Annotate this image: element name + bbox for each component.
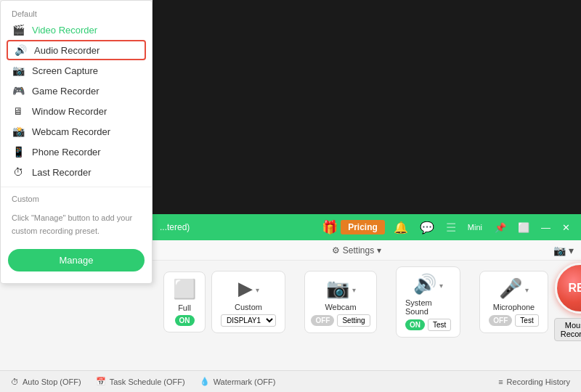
settings-link[interactable]: ⚙ Settings ▾ bbox=[332, 245, 381, 256]
custom-section-label: Custom bbox=[1, 192, 152, 205]
task-schedule-label: Task Schedule (OFF) bbox=[110, 377, 185, 386]
settings-chevron-icon: ▾ bbox=[377, 245, 381, 256]
audio-recorder-label: Audio Recorder bbox=[34, 45, 99, 56]
camera-snapshot-btn[interactable]: 📷 ▾ bbox=[553, 245, 574, 256]
audio-recorder-icon: 🔊 bbox=[14, 44, 27, 56]
webcam-card[interactable]: 📷 ▾ Webcam OFF Setting bbox=[304, 271, 377, 333]
screen-capture-label: Screen Capture bbox=[32, 65, 98, 76]
preview-area bbox=[153, 0, 581, 214]
microphone-icon: 🎤 bbox=[499, 277, 522, 300]
webcam-recorder-icon: 📸 bbox=[12, 126, 25, 137]
full-toggle[interactable]: ON bbox=[175, 315, 195, 326]
menu-item-video-recorder[interactable]: 🎬 Video Recorder bbox=[1, 20, 152, 40]
microphone-label: Microphone bbox=[493, 303, 535, 311]
menu-item-phone-recorder[interactable]: 📱 Phone Recorder bbox=[1, 142, 152, 162]
mini-button[interactable]: Mini bbox=[465, 221, 485, 233]
webcam-dropdown-arrow-icon: ▾ bbox=[352, 286, 356, 294]
watermark-icon: 💧 bbox=[200, 377, 210, 386]
webcam-toggle[interactable]: OFF bbox=[311, 315, 334, 326]
auto-stop-status[interactable]: ⏱ Auto Stop (OFF) bbox=[11, 377, 81, 386]
webcam-label: Webcam bbox=[325, 303, 356, 311]
gift-icon: 🎁 bbox=[322, 219, 338, 235]
screen-capture-icon: 📷 bbox=[12, 65, 25, 76]
custom-mode-card[interactable]: ▶ ▾ Custom DISPLAY1 bbox=[211, 271, 285, 333]
window-recorder-icon: 🖥 bbox=[12, 105, 25, 117]
system-sound-icon: 🔊 bbox=[413, 273, 436, 295]
pricing-button[interactable]: Pricing bbox=[341, 220, 385, 234]
system-sound-dropdown-arrow-icon: ▾ bbox=[439, 282, 443, 290]
microphone-card[interactable]: 🎤 ▾ Microphone OFF Test bbox=[479, 271, 548, 333]
webcam-setting-btn[interactable]: Setting bbox=[337, 314, 370, 327]
menu-item-game-recorder[interactable]: 🎮 Game Recorder bbox=[1, 81, 152, 101]
microphone-toggle[interactable]: OFF bbox=[489, 315, 512, 326]
video-recorder-label: Video Recorder bbox=[32, 25, 97, 36]
webcam-recorder-label: Webcam Recorder bbox=[32, 126, 110, 137]
menu-icon[interactable]: ☰ bbox=[443, 219, 459, 236]
display-select[interactable]: DISPLAY1 bbox=[221, 314, 276, 327]
pricing-gift-area: 🎁 Pricing bbox=[322, 219, 385, 235]
manage-button[interactable]: Manage bbox=[8, 249, 145, 271]
webcam-icon: 📷 bbox=[326, 277, 349, 300]
rec-button[interactable]: REC bbox=[555, 263, 581, 314]
menu-item-audio-recorder[interactable]: 🔊 Audio Recorder bbox=[7, 40, 146, 60]
last-recorder-label: Last Recorder bbox=[32, 167, 92, 178]
menu-divider bbox=[1, 187, 152, 187]
auto-stop-icon: ⏱ bbox=[11, 377, 19, 386]
close-icon[interactable]: ✕ bbox=[558, 221, 574, 234]
system-sound-test-btn[interactable]: Test bbox=[428, 319, 451, 331]
microphone-test-btn[interactable]: Test bbox=[515, 314, 538, 327]
controls-row: ⬜ Full ON ▶ ▾ Custom DISPLAY1 📷 bbox=[153, 262, 581, 342]
full-mode-icon: ⬜ bbox=[173, 278, 196, 301]
custom-hint-text: Click "Manage" button to add your custom… bbox=[12, 213, 132, 235]
maximize-icon[interactable]: ⬜ bbox=[514, 221, 533, 234]
auto-stop-label: Auto Stop (OFF) bbox=[23, 377, 81, 386]
custom-mode-icon: ▶ bbox=[238, 277, 253, 300]
camera-icon: 📷 bbox=[553, 245, 566, 256]
last-recorder-icon: ⏱ bbox=[12, 166, 25, 178]
settings-gear-icon: ⚙ bbox=[332, 245, 340, 256]
snapshot-chevron-icon: ▾ bbox=[569, 245, 574, 256]
menu-item-last-recorder[interactable]: ⏱ Last Recorder bbox=[1, 162, 152, 182]
system-sound-card[interactable]: 🔊 ▾ System Sound ON Test bbox=[396, 266, 460, 338]
watermark-status[interactable]: 💧 Watermark (OFF) bbox=[200, 377, 276, 386]
phone-recorder-icon: 📱 bbox=[12, 146, 25, 158]
green-toolbar: ...tered) 🎁 Pricing 🔔 💬 ☰ Mini 📌 ⬜ — ✕ bbox=[153, 214, 581, 240]
menu-item-webcam-recorder[interactable]: 📸 Webcam Recorder bbox=[1, 121, 152, 142]
task-schedule-icon: 📅 bbox=[96, 377, 106, 386]
menu-item-window-recorder[interactable]: 🖥 Window Recorder bbox=[1, 101, 152, 121]
rec-container: REC Mouse Recorder ▾ bbox=[554, 263, 581, 341]
settings-label: Settings bbox=[343, 245, 374, 256]
window-controls: 📌 ⬜ — ✕ bbox=[491, 221, 574, 234]
mouse-recorder-label: Mouse Recorder bbox=[561, 321, 581, 338]
task-schedule-status[interactable]: 📅 Task Schedule (OFF) bbox=[96, 377, 185, 386]
dropdown-menu: Default 🎬 Video Recorder 🔊 Audio Recorde… bbox=[0, 0, 153, 284]
recording-history-btn[interactable]: ≡ Recording History bbox=[498, 377, 570, 386]
menu-item-screen-capture[interactable]: 📷 Screen Capture bbox=[1, 60, 152, 81]
system-sound-label: System Sound bbox=[405, 298, 451, 316]
game-recorder-label: Game Recorder bbox=[32, 86, 99, 97]
custom-mode-label: Custom bbox=[235, 303, 262, 311]
default-section-label: Default bbox=[1, 7, 152, 20]
minimize-icon[interactable]: — bbox=[537, 221, 554, 234]
registered-text: ...tered) bbox=[160, 222, 190, 232]
controls-top-bar: ⚙ Settings ▾ 📷 ▾ bbox=[153, 240, 581, 261]
phone-recorder-label: Phone Recorder bbox=[32, 147, 101, 158]
full-mode-label: Full bbox=[178, 303, 191, 312]
list-icon: ≡ bbox=[498, 377, 503, 386]
watermark-label: Watermark (OFF) bbox=[214, 377, 276, 386]
pin-icon[interactable]: 📌 bbox=[491, 221, 510, 234]
video-recorder-icon: 🎬 bbox=[12, 24, 25, 36]
app-container: ...tered) 🎁 Pricing 🔔 💬 ☰ Mini 📌 ⬜ — ✕ ⚙… bbox=[0, 0, 581, 392]
window-recorder-label: Window Recorder bbox=[32, 106, 107, 117]
status-bar: ⏱ Auto Stop (OFF) 📅 Task Schedule (OFF) … bbox=[0, 370, 581, 392]
system-sound-toggle[interactable]: ON bbox=[405, 319, 425, 330]
microphone-dropdown-arrow-icon: ▾ bbox=[525, 286, 529, 294]
full-mode-card[interactable]: ⬜ Full ON bbox=[163, 271, 206, 332]
recording-history-label: Recording History bbox=[507, 377, 570, 386]
chat-icon[interactable]: 💬 bbox=[417, 219, 437, 236]
bell-icon[interactable]: 🔔 bbox=[391, 219, 411, 236]
custom-dropdown-arrow-icon: ▾ bbox=[256, 286, 259, 294]
custom-section: Click "Manage" button to add your custom… bbox=[1, 205, 152, 243]
game-recorder-icon: 🎮 bbox=[12, 85, 25, 97]
mouse-recorder-button[interactable]: Mouse Recorder ▾ bbox=[554, 318, 581, 341]
